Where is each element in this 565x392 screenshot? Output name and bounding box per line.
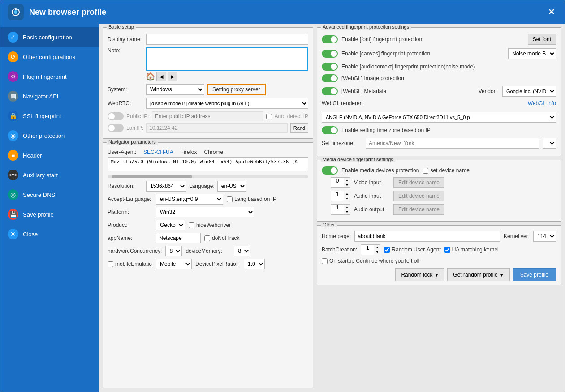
auto-detect-checkbox[interactable] [266,114,272,119]
audio-input-edit-button[interactable]: Edit device name [393,191,444,201]
timezone-input[interactable] [366,138,539,149]
set-device-name-label[interactable]: set device name [423,167,469,174]
sidebar-item-header[interactable]: ≡ Header [0,145,99,165]
webgl-metadata-toggle[interactable] [322,87,338,95]
mobile-emulation-checkbox[interactable] [108,261,113,267]
vendor-select[interactable]: Google Inc. (NVID [502,86,556,97]
audio-output-down[interactable]: ▼ [344,209,350,214]
proxy-server-button[interactable]: Setting proxy server [207,84,266,95]
sidebar-label-navigator-api: Navigator API [23,93,59,100]
display-name-input[interactable] [146,34,308,45]
product-select[interactable]: Gecko [156,220,185,230]
video-input-down[interactable]: ▼ [344,183,350,187]
sidebar-item-plugin-fingerprint[interactable]: ⚙ Plugin fingerprint [0,67,99,86]
batch-creation-down[interactable]: ▼ [374,250,380,255]
resolution-select[interactable]: 1536x864 1920x1080 [146,181,186,192]
video-input-up[interactable]: ▲ [344,178,350,183]
do-not-track-label[interactable]: doNotTrack [204,235,240,241]
mobile-select[interactable]: Mobile [156,259,192,269]
batch-creation-value[interactable]: 1 [361,245,374,255]
accept-language-select[interactable]: en-US,en;q=0.9 [156,194,223,205]
set-font-button[interactable]: Set font [528,34,556,45]
lang-based-on-ip-checkbox[interactable] [227,196,233,202]
ua-matching-kernel-label[interactable]: UA matching kernel [444,247,499,253]
hardware-select[interactable]: 8 4 [165,246,182,256]
random-ua-label[interactable]: Random User-Agent [384,247,440,253]
audio-input-spinner[interactable]: 1 ▲ ▼ [331,191,350,201]
hide-webdriver-text: hideWebdriver [196,222,231,228]
random-lock-button[interactable]: Random lock ▼ [395,268,444,281]
note-next-btn[interactable]: ▶ [168,72,177,81]
rand-button[interactable]: Rand [290,123,308,133]
public-ip-input[interactable] [152,111,263,121]
noise-mode-select[interactable]: Noise mode A Noise mode B Noise mode C [508,48,556,59]
appname-input[interactable] [156,233,201,243]
on-startup-label[interactable]: On startup Continue where you left off [322,258,420,264]
ua-matching-kernel-checkbox[interactable] [444,247,450,253]
device-pixel-select[interactable]: 1.0 2.0 [244,259,265,269]
batch-creation-spinner[interactable]: 1 ▲ ▼ [361,244,380,255]
language-select[interactable]: en-US en-GB [217,181,246,192]
lang-based-on-ip-label[interactable]: Lang based on IP [227,196,276,202]
audio-output-edit-button[interactable]: Edit device name [393,204,444,215]
save-profile-button[interactable]: Save profile [513,268,556,281]
sidebar-item-auxiliary-start[interactable]: CMD Auxiliary start [0,165,99,185]
canvas-protection-toggle[interactable] [322,50,338,58]
ua-scrollbar[interactable] [108,175,308,178]
platform-select[interactable]: Win32 Win64 [156,207,254,217]
timezone-by-ip-toggle[interactable] [322,126,338,134]
lan-ip-input[interactable] [146,123,288,133]
sidebar-label-other-protection: Other protection [23,132,65,139]
hide-webdriver-label[interactable]: hideWebdriver [189,222,231,228]
webrtc-select[interactable]: [disable mode B] disable webrtc plug-in … [146,98,308,109]
batch-creation-up[interactable]: ▲ [374,245,380,250]
video-input-edit-button[interactable]: Edit device name [393,177,444,188]
random-ua-checkbox[interactable] [384,247,390,253]
public-ip-toggle[interactable] [108,112,124,120]
audio-input-down[interactable]: ▼ [344,196,350,201]
audio-output-spinner[interactable]: 1 ▲ ▼ [331,204,350,215]
note-textarea[interactable] [146,47,308,71]
chrome-label: Chrome [204,149,223,155]
kernel-ver-select[interactable]: 114 108 [533,231,556,242]
on-startup-checkbox[interactable] [322,258,328,264]
webgl-renderer-select[interactable]: ANGLE (NVIDIA, NVIDIA GeForce GTX 650 Di… [322,112,556,123]
sidebar-item-other-protection[interactable]: ◉ Other protection [0,126,99,145]
webgl-image-toggle[interactable] [322,74,338,82]
audio-output-row: 1 ▲ ▼ Audio output Edit device name [322,204,556,215]
audiocontext-protection-toggle[interactable] [322,63,338,71]
media-protection-toggle[interactable] [322,166,338,175]
timezone-select[interactable] [543,138,556,149]
set-device-name-checkbox[interactable] [423,168,428,174]
audio-input-value[interactable]: 1 [331,191,344,201]
display-name-label: Display name: [108,36,143,43]
sidebar-item-basic-configuration[interactable]: ✓ Basic configuration [0,27,99,47]
audio-output-value[interactable]: 1 [331,205,344,214]
device-memory-select[interactable]: 8 4 [234,246,250,256]
sidebar-item-navigator-api[interactable]: ▤ Navigator API [0,86,99,106]
video-input-spinner[interactable]: 0 ▲ ▼ [331,177,350,188]
hide-webdriver-checkbox[interactable] [189,222,194,228]
appname-row: appName: doNotTrack [108,233,308,243]
lan-ip-toggle[interactable] [108,124,124,132]
do-not-track-checkbox[interactable] [204,235,210,241]
mobile-emulation-checkbox-label[interactable]: mobileEmulatio [108,261,152,267]
sidebar-item-save-profile[interactable]: 💾 Save profile [0,205,99,224]
sidebar-item-close[interactable]: ✕ Close [0,224,99,244]
webgl-info-link[interactable]: WebGL Info [528,100,556,107]
font-protection-toggle[interactable] [322,35,338,43]
video-input-value[interactable]: 0 [331,178,344,187]
ua-textarea[interactable]: Mozilla/5.0 (Windows NT 10.0; Win64; x64… [108,157,308,171]
window-close-button[interactable]: ✕ [545,6,557,18]
sec-ch-ua-link[interactable]: SEC-CH-UA [143,149,173,155]
note-home-icon[interactable]: 🏠 [146,72,155,81]
system-select[interactable]: Windows macOS Linux [146,84,204,95]
audio-input-up[interactable]: ▲ [344,191,350,196]
get-random-profile-button[interactable]: Get random profile ▼ [447,268,509,281]
audio-output-up[interactable]: ▲ [344,205,350,209]
sidebar-item-ssl-fingerprint[interactable]: 🔒 SSL fingerprint [0,106,99,126]
note-prev-btn[interactable]: ◀ [156,72,166,81]
homepage-input[interactable] [354,231,500,242]
sidebar-item-secure-dns[interactable]: ◎ Secure DNS [0,185,99,205]
sidebar-item-other-configurations[interactable]: ↺ Other configurations [0,47,99,67]
